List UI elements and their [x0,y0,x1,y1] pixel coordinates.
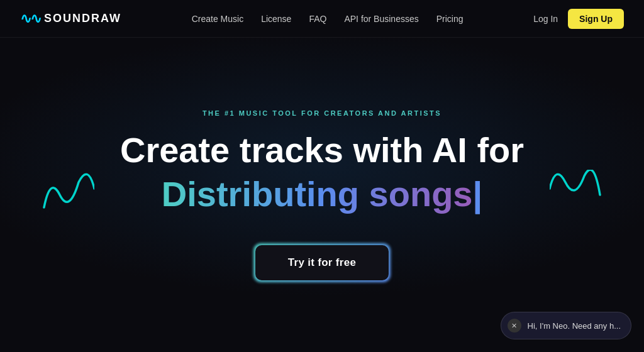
wave-left-icon [38,170,94,220]
nav-create-music[interactable]: Create Music [192,14,243,24]
hero-headline-line2: Distributing songs [162,175,482,214]
nav-actions: Log In Sign Up [533,9,624,29]
login-button[interactable]: Log In [533,14,558,24]
navbar: ∿∿ SOUNDRAW Create Music License FAQ API… [0,0,644,38]
logo-icon: ∿∿ [20,11,40,27]
logo[interactable]: ∿∿ SOUNDRAW [20,11,121,27]
hero-subtitle: THE #1 MUSIC TOOL FOR CREATORS AND ARTIS… [203,109,441,117]
wave-right-icon [550,170,606,220]
hero-headline-line1: Create tracks with AI for [120,131,524,170]
chat-close-button[interactable]: ✕ [508,319,521,333]
nav-links: Create Music License FAQ API for Busines… [192,14,464,24]
cta-button[interactable]: Try it for free [255,245,389,280]
nav-faq[interactable]: FAQ [309,14,326,24]
logo-text: SOUNDRAW [44,12,121,25]
chat-message: Hi, I'm Neo. Need any h... [528,321,621,331]
nav-license[interactable]: License [261,14,291,24]
nav-api[interactable]: API for Businesses [344,14,418,24]
nav-pricing[interactable]: Pricing [436,14,464,24]
signup-button[interactable]: Sign Up [568,9,624,29]
cta-wrapper: Try it for free [255,245,389,280]
chat-widget[interactable]: ✕ Hi, I'm Neo. Need any h... [501,312,631,339]
hero-section: THE #1 MUSIC TOOL FOR CREATORS AND ARTIS… [0,38,644,352]
